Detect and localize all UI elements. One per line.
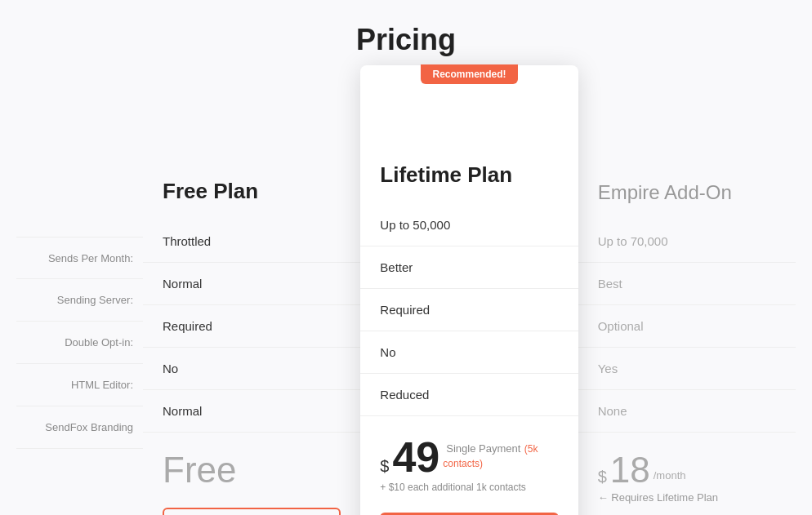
free-row-editor: No <box>143 348 360 390</box>
label-double-optin: Double Opt-in: <box>16 322 143 364</box>
lifetime-row-branding: Reduced <box>360 374 578 416</box>
empire-price-main: $ 18 /month <box>598 452 776 488</box>
empire-row-editor: Yes <box>578 348 796 390</box>
empire-row-optin: Optional <box>578 305 796 348</box>
free-plan-name: Free Plan <box>163 179 258 204</box>
empire-price-period: /month <box>654 469 686 488</box>
lifetime-price-main: $ 49 Single Payment (5k contacts) <box>380 436 558 478</box>
empire-plan-header: Empire Add-On <box>578 82 796 220</box>
free-row-optin: Required <box>143 305 360 348</box>
empire-requires-text: ← Requires Lifetime Plan <box>598 491 718 504</box>
lifetime-price-section: $ 49 Single Payment (5k contacts) + $10 … <box>360 416 578 506</box>
free-price-main: Free <box>163 452 341 488</box>
lifetime-row-sends: Up to 50,000 <box>360 204 578 246</box>
empire-plan-name: Empire Add-On <box>598 181 732 204</box>
pricing-container: Sends Per Month: Sending Server: Double … <box>16 82 796 515</box>
empire-price-number: 18 <box>610 452 650 488</box>
lifetime-price-sub: + $10 each additional 1k contacts <box>380 482 558 493</box>
lifetime-row-optin: Required <box>360 289 578 331</box>
label-html-editor: HTML Editor: <box>16 364 143 406</box>
empire-price-dollar: $ <box>598 468 607 486</box>
lifetime-plan-column: Recommended! Lifetime Plan Up to 50,000 … <box>360 65 578 515</box>
free-row-server: Normal <box>143 263 360 305</box>
lifetime-plan-name: Lifetime Plan <box>380 162 512 188</box>
label-sendfox-branding: SendFox Branding <box>16 406 143 449</box>
recommended-badge: Recommended! <box>421 64 517 84</box>
free-price-section: Free <box>143 433 360 501</box>
free-plan-column: Free Plan Throttled Normal Required No N… <box>143 82 360 515</box>
empire-price-section: $ 18 /month ← Requires Lifetime Plan <box>578 433 796 515</box>
empire-addon-column: Empire Add-On Up to 70,000 Best Optional… <box>578 82 796 515</box>
lifetime-price-number: 49 <box>392 436 439 478</box>
lifetime-row-server: Better <box>360 246 578 289</box>
label-sends-per-month: Sends Per Month: <box>16 237 143 279</box>
lifetime-plan-header: Lifetime Plan <box>360 65 578 204</box>
free-plan-cta-button[interactable]: Get Started! <box>163 508 341 515</box>
lifetime-row-editor: No <box>360 331 578 374</box>
labels-column: Sends Per Month: Sending Server: Double … <box>16 82 143 449</box>
empire-row-server: Best <box>578 263 796 305</box>
empire-requires-note: ← Requires Lifetime Plan <box>598 491 776 504</box>
lifetime-price-dollar: $ <box>380 457 389 476</box>
free-price-number: Free <box>163 452 236 488</box>
empire-row-sends: Up to 70,000 <box>578 220 796 263</box>
empire-row-branding: None <box>578 390 796 433</box>
free-row-sends: Throttled <box>143 220 360 263</box>
lifetime-price-label: Single Payment <box>446 442 520 455</box>
free-plan-header: Free Plan <box>143 82 360 220</box>
label-sending-server: Sending Server: <box>16 279 143 322</box>
free-row-branding: Normal <box>143 390 360 433</box>
